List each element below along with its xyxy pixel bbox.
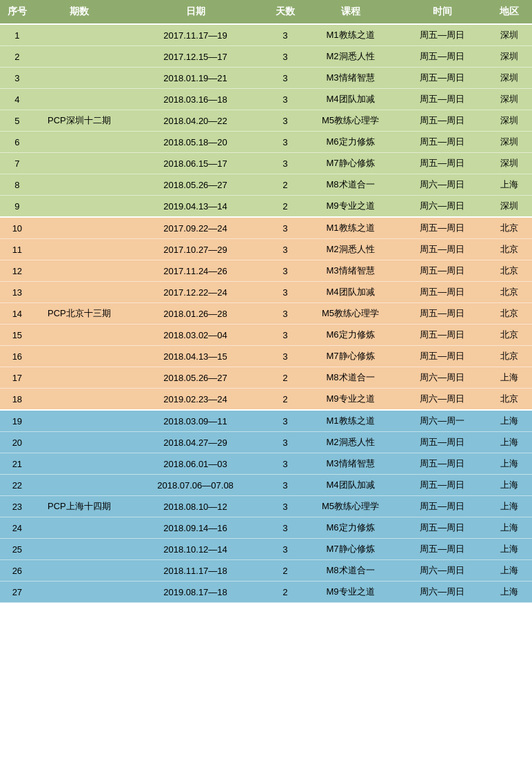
cell-period bbox=[34, 217, 124, 239]
cell-period bbox=[34, 153, 124, 174]
cell-course: M1教练之道 bbox=[303, 24, 397, 46]
cell-date: 2019.02.23—24 bbox=[124, 389, 267, 411]
cell-period bbox=[34, 453, 124, 475]
cell-time: 周五—周日 bbox=[398, 68, 487, 89]
table-row: 202018.04.27—293M2洞悉人性周五—周日上海 bbox=[0, 432, 532, 453]
cell-period bbox=[34, 367, 124, 389]
cell-region: 北京 bbox=[487, 346, 532, 367]
cell-time: 周五—周日 bbox=[398, 260, 487, 282]
cell-seq: 1 bbox=[0, 24, 34, 46]
cell-date: 2018.06.01—03 bbox=[124, 453, 267, 475]
cell-seq: 17 bbox=[0, 367, 34, 389]
cell-time: 周五—周日 bbox=[398, 539, 487, 560]
cell-period: PCP深圳十二期 bbox=[34, 110, 124, 132]
header-course: 课程 bbox=[303, 0, 397, 24]
table-row: 152018.03.02—043M6定力修炼周五—周日北京 bbox=[0, 325, 532, 346]
cell-seq: 26 bbox=[0, 560, 34, 582]
table-row: 112017.10.27—293M2洞悉人性周五—周日北京 bbox=[0, 239, 532, 260]
cell-days: 3 bbox=[267, 282, 303, 303]
cell-region: 上海 bbox=[487, 496, 532, 517]
cell-date: 2018.11.17—18 bbox=[124, 560, 267, 582]
cell-seq: 2 bbox=[0, 46, 34, 68]
header-time: 时间 bbox=[398, 0, 487, 24]
cell-course: M3情绪智慧 bbox=[303, 68, 397, 89]
cell-time: 周五—周日 bbox=[398, 217, 487, 239]
table-row: 102017.09.22—243M1教练之道周五—周日北京 bbox=[0, 217, 532, 239]
cell-region: 北京 bbox=[487, 239, 532, 260]
cell-days: 3 bbox=[267, 239, 303, 260]
cell-days: 2 bbox=[267, 367, 303, 389]
cell-time: 周五—周日 bbox=[398, 282, 487, 303]
cell-days: 3 bbox=[267, 260, 303, 282]
cell-course: M1教练之道 bbox=[303, 410, 397, 432]
cell-period bbox=[34, 582, 124, 603]
cell-period bbox=[34, 432, 124, 453]
cell-days: 2 bbox=[267, 389, 303, 411]
cell-date: 2017.12.22—24 bbox=[124, 282, 267, 303]
table-row: 12017.11.17—193M1教练之道周五—周日深圳 bbox=[0, 24, 532, 46]
cell-time: 周五—周日 bbox=[398, 303, 487, 325]
cell-days: 2 bbox=[267, 196, 303, 218]
cell-course: M9专业之道 bbox=[303, 196, 397, 218]
header-date: 日期 bbox=[124, 0, 267, 24]
cell-date: 2018.03.09—11 bbox=[124, 410, 267, 432]
cell-time: 周六—周日 bbox=[398, 582, 487, 603]
cell-period bbox=[34, 410, 124, 432]
cell-course: M6定力修炼 bbox=[303, 517, 397, 539]
cell-date: 2017.09.22—24 bbox=[124, 217, 267, 239]
cell-period: PCP北京十三期 bbox=[34, 303, 124, 325]
cell-days: 3 bbox=[267, 46, 303, 68]
cell-region: 北京 bbox=[487, 282, 532, 303]
table-row: 62018.05.18—203M6定力修炼周五—周日深圳 bbox=[0, 132, 532, 153]
cell-period bbox=[34, 24, 124, 46]
cell-course: M3情绪智慧 bbox=[303, 453, 397, 475]
cell-days: 3 bbox=[267, 132, 303, 153]
table-row: 132017.12.22—243M4团队加减周五—周日北京 bbox=[0, 282, 532, 303]
cell-days: 3 bbox=[267, 410, 303, 432]
cell-seq: 8 bbox=[0, 174, 34, 196]
cell-time: 周六—周日 bbox=[398, 367, 487, 389]
cell-time: 周五—周日 bbox=[398, 46, 487, 68]
cell-region: 上海 bbox=[487, 410, 532, 432]
cell-period bbox=[34, 174, 124, 196]
cell-period bbox=[34, 239, 124, 260]
cell-time: 周六—周日 bbox=[398, 196, 487, 218]
cell-course: M4团队加减 bbox=[303, 89, 397, 110]
cell-seq: 14 bbox=[0, 303, 34, 325]
cell-time: 周六—周日 bbox=[398, 174, 487, 196]
cell-date: 2018.03.02—04 bbox=[124, 325, 267, 346]
table-row: 212018.06.01—033M3情绪智慧周五—周日上海 bbox=[0, 453, 532, 475]
cell-date: 2018.04.27—29 bbox=[124, 432, 267, 453]
cell-region: 深圳 bbox=[487, 46, 532, 68]
cell-days: 3 bbox=[267, 496, 303, 517]
cell-days: 3 bbox=[267, 303, 303, 325]
cell-date: 2018.08.10—12 bbox=[124, 496, 267, 517]
cell-seq: 16 bbox=[0, 346, 34, 367]
cell-course: M8术道合一 bbox=[303, 174, 397, 196]
cell-time: 周五—周日 bbox=[398, 153, 487, 174]
cell-days: 3 bbox=[267, 153, 303, 174]
table-row: 82018.05.26—272M8术道合一周六—周日上海 bbox=[0, 174, 532, 196]
cell-seq: 21 bbox=[0, 453, 34, 475]
cell-seq: 7 bbox=[0, 153, 34, 174]
cell-period bbox=[34, 46, 124, 68]
table-row: 14PCP北京十三期2018.01.26—283M5教练心理学周五—周日北京 bbox=[0, 303, 532, 325]
cell-time: 周五—周日 bbox=[398, 517, 487, 539]
cell-date: 2017.12.15—17 bbox=[124, 46, 267, 68]
cell-days: 3 bbox=[267, 89, 303, 110]
cell-course: M4团队加减 bbox=[303, 475, 397, 496]
cell-seq: 9 bbox=[0, 196, 34, 218]
cell-time: 周五—周日 bbox=[398, 496, 487, 517]
cell-time: 周五—周日 bbox=[398, 325, 487, 346]
cell-course: M7静心修炼 bbox=[303, 346, 397, 367]
cell-region: 上海 bbox=[487, 539, 532, 560]
cell-period bbox=[34, 260, 124, 282]
table-row: 272019.08.17—182M9专业之道周六—周日上海 bbox=[0, 582, 532, 603]
cell-period bbox=[34, 196, 124, 218]
cell-period bbox=[34, 346, 124, 367]
cell-seq: 25 bbox=[0, 539, 34, 560]
cell-course: M4团队加减 bbox=[303, 282, 397, 303]
cell-time: 周六—周日 bbox=[398, 560, 487, 582]
cell-course: M9专业之道 bbox=[303, 389, 397, 411]
cell-date: 2017.11.17—19 bbox=[124, 24, 267, 46]
